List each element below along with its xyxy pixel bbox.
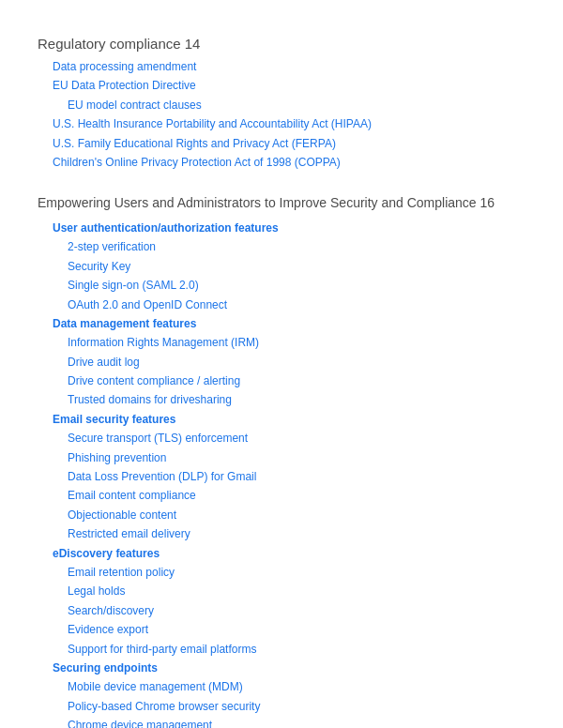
nav-sso-saml[interactable]: Single sign-on (SAML 2.0) bbox=[38, 276, 525, 295]
nav-security-key[interactable]: Security Key bbox=[38, 257, 525, 276]
empowering-users-heading: Empowering Users and Administrators to I… bbox=[38, 194, 525, 213]
nav-oauth[interactable]: OAuth 2.0 and OpenID Connect bbox=[38, 296, 525, 314]
nav-phishing-prevention[interactable]: Phishing prevention bbox=[38, 448, 525, 467]
nav-search-discovery[interactable]: Search/discovery bbox=[38, 601, 525, 620]
nav-drive-compliance[interactable]: Drive content compliance / alerting bbox=[38, 372, 525, 390]
nav-email-retention[interactable]: Email retention policy bbox=[38, 563, 525, 582]
nav-coppa[interactable]: Children's Online Privacy Protection Act… bbox=[38, 153, 525, 172]
nav-evidence-export[interactable]: Evidence export bbox=[38, 620, 525, 639]
nav-group-email-security[interactable]: Email security features bbox=[38, 410, 525, 429]
regulatory-compliance-heading: Regulatory compliance 14 bbox=[38, 36, 525, 52]
nav-objectionable-content[interactable]: Objectionable content bbox=[38, 506, 525, 524]
nav-chrome-device-mgmt[interactable]: Chrome device management bbox=[38, 716, 525, 728]
nav-dlp-gmail[interactable]: Data Loss Prevention (DLP) for Gmail bbox=[38, 467, 525, 486]
nav-group-auth[interactable]: User authentication/authorization featur… bbox=[38, 219, 525, 237]
nav-group-data-mgmt[interactable]: Data management features bbox=[38, 314, 525, 333]
nav-ferpa[interactable]: U.S. Family Educational Rights and Priva… bbox=[38, 134, 525, 153]
nav-drive-audit[interactable]: Drive audit log bbox=[38, 353, 525, 372]
nav-group-ediscovery[interactable]: eDiscovery features bbox=[38, 544, 525, 563]
nav-hipaa[interactable]: U.S. Health Insurance Portability and Ac… bbox=[38, 114, 525, 133]
nav-chrome-browser-security[interactable]: Policy-based Chrome browser security bbox=[38, 697, 525, 716]
nav-third-party-email[interactable]: Support for third-party email platforms bbox=[38, 640, 525, 659]
nav-data-processing[interactable]: Data processing amendment bbox=[38, 57, 525, 76]
nav-restricted-email[interactable]: Restricted email delivery bbox=[38, 524, 525, 543]
nav-mdm[interactable]: Mobile device management (MDM) bbox=[38, 677, 525, 696]
nav-tls[interactable]: Secure transport (TLS) enforcement bbox=[38, 429, 525, 447]
nav-trusted-domains[interactable]: Trusted domains for drivesharing bbox=[38, 390, 525, 409]
nav-email-content-compliance[interactable]: Email content compliance bbox=[38, 486, 525, 505]
nav-eu-data-protection[interactable]: EU Data Protection Directive bbox=[38, 76, 525, 95]
nav-irm[interactable]: Information Rights Management (IRM) bbox=[38, 333, 525, 352]
nav-2step[interactable]: 2-step verification bbox=[38, 237, 525, 256]
regulatory-compliance-section: Regulatory compliance 14 Data processing… bbox=[38, 36, 525, 172]
nav-legal-holds[interactable]: Legal holds bbox=[38, 582, 525, 600]
nav-eu-model-contracts[interactable]: EU model contract clauses bbox=[38, 96, 525, 114]
nav-group-securing-endpoints[interactable]: Securing endpoints bbox=[38, 659, 525, 677]
empowering-users-section: Empowering Users and Administrators to I… bbox=[38, 194, 525, 728]
